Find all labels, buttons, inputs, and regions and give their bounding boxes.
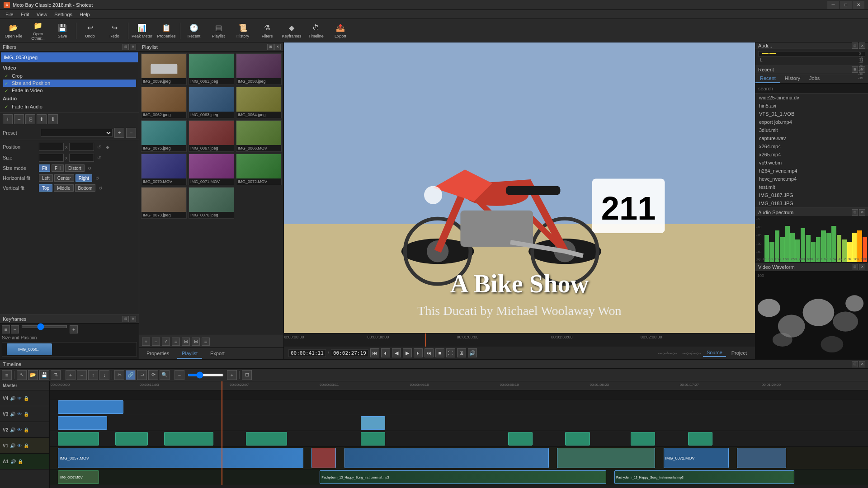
tab-export[interactable]: Export: [206, 349, 229, 359]
tl-zoom-fit-button[interactable]: ⊡: [242, 370, 252, 380]
playlist-item-0075[interactable]: IMG_0075.jpeg: [141, 120, 187, 152]
tl-snap-button[interactable]: 🔗: [126, 370, 136, 380]
a1-audio-clip-2[interactable]: Pachyderm_13_Happy_Song_instrumental.mp3: [614, 470, 794, 484]
a1-audio-clip-1[interactable]: Pachyderm_13_Happy_Song_instrumental.mp3: [320, 470, 606, 484]
keyframes-button[interactable]: ◆ Keyframes: [280, 20, 303, 42]
playlist-item-0072[interactable]: IMG_0072.MOV: [236, 154, 282, 185]
tl-zoom-in-button[interactable]: +: [227, 370, 237, 380]
recent-item-11[interactable]: test.mlt: [755, 183, 868, 191]
tl-filter-button[interactable]: ⚗: [51, 370, 61, 380]
save-button[interactable]: 💾 Save: [51, 20, 74, 42]
timeline-close-button[interactable]: ✕: [859, 361, 865, 367]
playlist-item-0064[interactable]: IMG_0064.jpeg: [236, 87, 282, 118]
menu-settings[interactable]: Settings: [51, 11, 76, 18]
playlist-close-button[interactable]: ✕: [274, 44, 281, 50]
recent-item-4[interactable]: 3dlut.mlt: [755, 126, 868, 134]
v2-clip-2[interactable]: [115, 432, 148, 446]
prev-frame-button[interactable]: ⏴: [381, 348, 390, 357]
v1-clip-6[interactable]: [737, 448, 786, 468]
skip-start-button[interactable]: ⏮: [370, 348, 379, 357]
kf-zoom-in-button[interactable]: +: [70, 325, 78, 333]
size-mode-fill[interactable]: Fill: [52, 164, 64, 172]
waveform-expand-button[interactable]: ⊞: [852, 264, 858, 270]
tl-add-button[interactable]: +: [66, 370, 75, 380]
recent-item-5[interactable]: capture.wav: [755, 134, 868, 142]
recent-item-3[interactable]: export job.mp4: [755, 118, 868, 126]
tl-remove-button[interactable]: −: [77, 370, 87, 380]
playlist-item-0071[interactable]: IMG_0071.MOV: [189, 154, 234, 185]
horiz-reset-button[interactable]: ↺: [94, 174, 101, 182]
export-button[interactable]: 📤 Export: [329, 20, 352, 42]
grid-button[interactable]: ⊞: [457, 348, 466, 357]
size-h-input[interactable]: 1132: [69, 154, 94, 162]
tl-zoom-out-button[interactable]: −: [175, 370, 184, 380]
v2-clip-4[interactable]: [246, 432, 287, 446]
pl-add-button[interactable]: +: [142, 338, 150, 346]
tl-save-button[interactable]: 💾: [39, 370, 49, 380]
v2-clip-1[interactable]: [58, 432, 99, 446]
horiz-center-button[interactable]: Center: [54, 174, 74, 182]
recent-item-2[interactable]: VTS_01_1.VOB: [755, 110, 868, 118]
filters-expand-button[interactable]: ⊞: [123, 44, 129, 50]
v2-visible-icon[interactable]: 👁: [17, 427, 22, 432]
open-file-button[interactable]: 📂 Open File: [2, 20, 25, 42]
recent-search-input[interactable]: [755, 84, 868, 94]
vert-top-button[interactable]: Top: [39, 184, 52, 192]
a1-lock-icon[interactable]: 🔒: [18, 459, 23, 464]
tl-overwrite-button[interactable]: ↓: [99, 370, 109, 380]
v2-clip-8[interactable]: [631, 432, 655, 446]
v1-clip-4[interactable]: [557, 448, 655, 468]
recent-item-12[interactable]: IMG_0187.JPG: [755, 191, 868, 199]
v1-clip-2[interactable]: [311, 448, 336, 468]
v2-clip-7[interactable]: [565, 432, 590, 446]
size-reset-button[interactable]: ↺: [95, 154, 103, 161]
kf-zoom-out-button[interactable]: −: [11, 325, 19, 333]
v4-audio-icon[interactable]: 🔊: [10, 396, 15, 401]
recent-item-13[interactable]: IMG_0183.JPG: [755, 199, 868, 207]
playlist-item-0073[interactable]: IMG_0073.jpeg: [141, 187, 187, 219]
tl-replace-button[interactable]: ⟳: [148, 370, 158, 380]
vert-bottom-button[interactable]: Bottom: [75, 184, 96, 192]
recent-item-7[interactable]: x265.mp4: [755, 150, 868, 159]
tl-split-button[interactable]: ✂: [114, 370, 124, 380]
remove-filter-button[interactable]: −: [14, 114, 24, 124]
spectrum-expand-button[interactable]: ⊞: [852, 209, 858, 216]
pl-list-button[interactable]: ≡: [172, 338, 180, 346]
v4-lock-icon[interactable]: 🔒: [24, 396, 29, 401]
peak-meter-button[interactable]: 📊 Peak Meter: [130, 20, 154, 42]
recent-item-9[interactable]: h264_nvenc.mp4: [755, 167, 868, 175]
playlist-item-0066[interactable]: IMG_0066.MOV: [236, 120, 282, 152]
spectrum-close-button[interactable]: ✕: [859, 209, 865, 216]
playlist-item-0058[interactable]: IMG_0058.jpeg: [236, 53, 282, 85]
minimize-button[interactable]: ─: [827, 1, 839, 9]
v1-main-clip[interactable]: IMG_0057.MOV: [58, 448, 303, 468]
recent-item-6[interactable]: x264.mp4: [755, 142, 868, 150]
timeline-button[interactable]: ⏱ Timeline: [304, 20, 328, 42]
v2-clip-6[interactable]: [508, 432, 533, 446]
size-mode-fit[interactable]: Fit: [39, 164, 50, 172]
volume-button[interactable]: 🔊: [468, 348, 477, 357]
maximize-button[interactable]: □: [840, 1, 852, 9]
playlist-button[interactable]: ▤ Playlist: [207, 20, 230, 42]
position-x-input[interactable]: -47: [39, 143, 64, 151]
audio-close-button[interactable]: ✕: [859, 42, 865, 49]
playlist-item-0062[interactable]: IMG_0062.jpeg: [141, 87, 187, 118]
recent-item-8[interactable]: vp9.webm: [755, 159, 868, 167]
vert-middle-button[interactable]: Middle: [54, 184, 73, 192]
playlist-item-0067[interactable]: IMG_0067.jpeg: [189, 120, 234, 152]
tab-properties[interactable]: Properties: [142, 349, 174, 359]
v1-lock-icon[interactable]: 🔒: [24, 443, 29, 448]
menu-file[interactable]: File: [2, 11, 17, 18]
v3-clip-2[interactable]: [361, 416, 385, 430]
open-other-button[interactable]: 📁 Open Other...: [26, 20, 50, 42]
v2-clip-9[interactable]: [688, 432, 712, 446]
stop-button[interactable]: ■: [435, 348, 444, 357]
a1-audio-icon[interactable]: 🔊: [10, 459, 16, 464]
v2-audio-icon[interactable]: 🔊: [10, 427, 15, 432]
tl-open-button[interactable]: 📂: [28, 370, 38, 380]
tl-ripple-button[interactable]: ⊃: [137, 370, 147, 380]
kf-menu-button[interactable]: ≡: [2, 325, 10, 333]
v3-clip-1[interactable]: [58, 416, 107, 430]
v3-lock-icon[interactable]: 🔒: [24, 412, 29, 417]
filter-size-position[interactable]: ✓ Size and Position: [3, 80, 136, 87]
